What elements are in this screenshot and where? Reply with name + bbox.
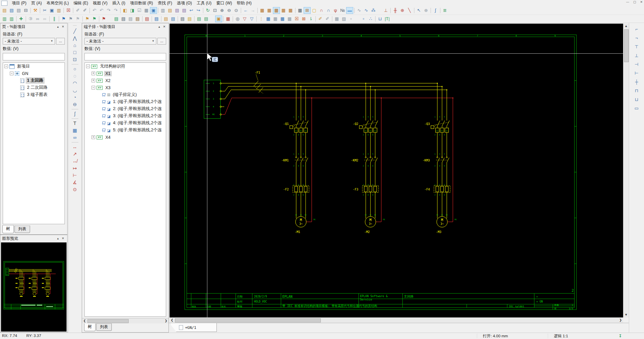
terminals-filter-more-button[interactable]: ... — [157, 38, 166, 45]
move-handle-icon[interactable]: ∩ — [325, 7, 332, 14]
terminals-value-input[interactable] — [84, 53, 166, 60]
expander-icon[interactable]: + — [92, 72, 95, 75]
polyline-icon[interactable]: ⋀ — [71, 35, 79, 42]
ellipse-icon[interactable]: ⊖ — [71, 101, 79, 108]
tree-item-project-root[interactable]: −新项目 — [3, 63, 65, 70]
hyperlink-icon[interactable]: ∞ — [71, 134, 79, 141]
interruption-all-icon[interactable]: ⁂ — [370, 7, 377, 14]
text-icon[interactable]: T — [71, 120, 79, 127]
grid-circle2-icon[interactable]: ▦ — [286, 16, 293, 22]
device-box-icon[interactable]: ▫ — [360, 16, 367, 22]
zoom-out-icon[interactable]: ⊖ — [226, 7, 233, 14]
device-sync-icon[interactable]: ▤ — [170, 16, 177, 22]
tree-item-x2[interactable]: +XYX2 — [85, 77, 166, 84]
page-rename-icon[interactable]: ▤ — [181, 7, 188, 14]
new-dashed-icon[interactable]: ▫ — [347, 16, 355, 22]
redraw-icon[interactable]: ↻ — [204, 7, 211, 14]
page-new-icon[interactable]: ▤ — [166, 7, 174, 14]
grid-c-icon[interactable]: ▦ — [273, 7, 280, 14]
expander-icon[interactable]: − — [86, 64, 90, 68]
multi-layer-icon[interactable]: ≣ — [441, 7, 448, 14]
schematic-canvas[interactable]: 日期 2020/2/9 校对 HOLD_VOC 审核 修改 日期 姓名 EPLA… — [170, 24, 623, 317]
dimension-chain-icon[interactable]: ↮ — [71, 158, 79, 165]
symbol-cap-icon[interactable]: ⊓ — [632, 87, 641, 95]
page-copy-icon[interactable]: ▥ — [159, 7, 166, 14]
cable-edit-icon[interactable]: ▤ — [203, 16, 210, 22]
grid-filter2-icon[interactable]: ▦ — [279, 16, 286, 22]
grid-filter-icon[interactable]: ▦ — [265, 16, 272, 22]
symbol-corner-1-icon[interactable]: ⌐ — [632, 26, 641, 33]
grid-circle-icon[interactable]: ▦ — [272, 16, 279, 22]
scroll-left-icon[interactable]: ❮ — [170, 318, 175, 323]
copy-icon[interactable]: ▣ — [48, 7, 55, 14]
menu-project[interactable]: 项目 (P) — [9, 0, 29, 6]
tree-item-x4[interactable]: +XYX4 — [85, 134, 166, 141]
flag-assign-icon[interactable]: ⚑ — [91, 16, 98, 22]
text-bars-icon[interactable]: |T| — [384, 16, 391, 22]
layout-navigator-icon[interactable]: ▥ — [8, 16, 15, 22]
line-icon[interactable]: ╱ — [71, 28, 79, 35]
grid-d-icon[interactable]: ▦ — [280, 7, 287, 14]
image-icon[interactable]: ▦ — [71, 127, 79, 134]
menu-window[interactable]: 窗口 (W) — [214, 0, 234, 6]
page-previous-icon[interactable]: ↩ — [188, 7, 195, 14]
expander-icon[interactable]: + — [92, 135, 95, 139]
topology-icon[interactable]: ∴ — [367, 16, 374, 22]
minimize-icon[interactable]: — — [626, 0, 629, 4]
tab-tree[interactable]: 树 — [84, 323, 96, 331]
tree-item-x1[interactable]: +XYX1 — [85, 70, 166, 77]
symbol-tee-down-icon[interactable]: ⊤ — [632, 43, 641, 51]
pages-value-input[interactable] — [3, 53, 65, 60]
device-check-icon[interactable]: ▤ — [179, 16, 186, 22]
pen-end-icon[interactable]: ✐ — [324, 16, 331, 22]
page-next-icon[interactable]: ↪ — [195, 7, 202, 14]
link-single-icon[interactable]: ∞ — [41, 16, 48, 22]
paste-icon[interactable]: ▥ — [55, 7, 62, 14]
print-icon[interactable]: ⊟ — [22, 7, 29, 14]
validate-icon[interactable]: ☑ — [136, 7, 143, 14]
expander-icon[interactable]: − — [92, 86, 95, 89]
wire-funnel-icon[interactable]: ⇂ — [307, 16, 314, 22]
rectangle-icon[interactable]: □ — [71, 49, 79, 56]
symbol-box-icon[interactable]: ▭ — [632, 105, 641, 112]
scroll-right-icon[interactable]: ❯ — [163, 318, 169, 323]
terminals-filter-combo[interactable]: - 未激活 -▼ — [84, 38, 156, 45]
device-edit-icon[interactable]: ▤ — [127, 16, 134, 22]
hatch-icon[interactable]: ▨ — [340, 16, 347, 22]
menu-options[interactable]: 选项 (O) — [175, 0, 195, 6]
copy-format-icon[interactable]: ✐ — [74, 7, 81, 14]
sketch-select-icon[interactable]: ↖ — [415, 7, 422, 14]
device-new-icon[interactable]: ▤ — [113, 16, 120, 22]
page-properties-icon[interactable]: ▤ — [174, 7, 181, 14]
cut-icon[interactable]: ✂ — [41, 7, 48, 14]
undo-list-icon[interactable]: ↶ — [98, 7, 105, 14]
parts-cart-icon[interactable]: ⊔ — [377, 16, 384, 22]
expander-icon[interactable]: − — [10, 72, 14, 75]
pins-icon[interactable]: ⋮ — [258, 16, 265, 22]
menu-insert[interactable]: 插入 (I) — [110, 0, 128, 6]
tree-item-structure-gn[interactable]: −+GN — [3, 70, 65, 77]
exclude-up-icon[interactable]: ⊠ — [300, 16, 307, 22]
canvas-hscrollbar[interactable]: ❮ ❯ — [170, 317, 623, 323]
new-project-icon[interactable]: ▤ — [1, 7, 8, 14]
tree-item-x3-terminal-3[interactable]: ◪3: (端子,带鞍形跳线,2个连 — [85, 112, 166, 120]
menu-help[interactable]: 帮助 (H) — [234, 0, 254, 6]
graphic-preview-toggle-icon[interactable]: ▣ — [150, 7, 157, 14]
terminals-hscrollbar[interactable]: ❮ ❯ — [82, 318, 169, 323]
grid-e-icon[interactable]: ▦ — [287, 7, 294, 14]
spline-connect-icon[interactable]: ∫ — [432, 7, 439, 14]
circle-icon[interactable]: ○ — [71, 66, 79, 73]
tree-item-x3[interactable]: −XYX3 — [85, 84, 166, 91]
sector-icon[interactable]: ◔ — [71, 94, 79, 101]
numbering-icon[interactable]: № — [339, 7, 346, 14]
scroll-up-icon[interactable]: ▲ — [623, 24, 629, 29]
design-mode-icon[interactable]: ▢ — [311, 7, 318, 14]
symbol-tee-right-icon[interactable]: ⊢ — [632, 70, 641, 77]
expander-icon[interactable]: − — [4, 64, 8, 68]
dimension-linear-icon[interactable]: ↔ — [71, 144, 79, 151]
symbol-tee-up-icon[interactable]: ⊥ — [632, 52, 641, 59]
jump-forward-icon[interactable]: → — [249, 7, 256, 14]
connection-symbol-icon[interactable]: ▣ — [215, 16, 222, 22]
redo-icon[interactable]: ↷ — [105, 7, 112, 14]
zoom-100-icon[interactable]: ⊙ — [233, 7, 240, 14]
